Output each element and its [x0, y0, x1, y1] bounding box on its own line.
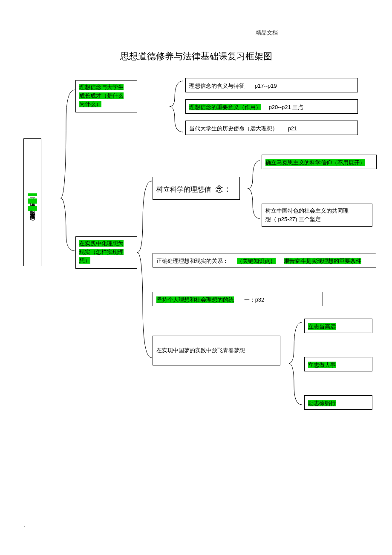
- s2b4-r1: 立志当高远: [308, 323, 336, 330]
- brace-section2: [128, 158, 153, 362]
- s2-box4: 在实现中国梦的实践中放飞青春梦想: [153, 336, 280, 365]
- s2b4-row1: 立志当高远: [304, 319, 372, 333]
- s2b1-row2: 树立中国特色的社会主义的共同理 想（ p25-27) 三个坚定: [262, 204, 372, 227]
- brace-section1: [162, 77, 185, 136]
- header-watermark: 精品文档: [256, 29, 278, 37]
- s2-b3-tail: 一：p32: [244, 296, 265, 303]
- s2-b2-hl2: 艰苦奋斗是实现理想的重要条件: [284, 258, 361, 264]
- s2-b2-a: 正确处理理想和现实的关系：: [156, 258, 228, 264]
- section1-l2: 成长成才（是什么: [79, 92, 124, 99]
- s2b4-row3: 励志徐躬行: [304, 395, 372, 410]
- s2b1-r2-a: 树立中国特色的社会主义的共同理: [265, 207, 349, 214]
- s2b1-row1: 确立马克思主义的科学信仰（不用展开）: [262, 155, 377, 169]
- s1-row2: 理想信念的重要意义（作用） p20--p21 三点: [185, 99, 358, 114]
- brace-s2b1: [241, 155, 262, 224]
- section2-l2: 现实（怎样实现理: [79, 249, 124, 255]
- page-root: 精品文档 思想道德修养与法律基础课复习框架图 第一章 追求远大理想 坚定崇高信念…: [0, 0, 392, 555]
- s2b1-r1: 确立马克思主义的科学信仰（不用展开）: [265, 159, 365, 166]
- s1-r2-hl: 理想信念的重要意义（作用）: [189, 104, 261, 110]
- chapter-box: 第一章 追求远大理想 坚定崇高信念: [23, 138, 41, 266]
- section1-l3: 为什么）: [79, 101, 101, 107]
- chapter-line3: 坚定崇高信念: [28, 206, 37, 211]
- s1-r2-tail: p20--p21 三点: [269, 104, 304, 110]
- s2-b3-hl: 坚持个人理想和社会理想的的统: [156, 296, 234, 303]
- brace-s2b4: [281, 317, 305, 411]
- s2-b1-b: 念：: [215, 184, 231, 193]
- chapter-line2: 追求远大理想: [28, 198, 37, 204]
- s2-box1: 树立科学的理想信 念：: [153, 177, 240, 200]
- s1-r3-b: p21: [288, 125, 297, 132]
- s2-b1-a: 树立科学的理想信: [156, 186, 211, 193]
- brace-chapter: [41, 85, 75, 256]
- page-title: 思想道德修养与法律基础课复习框架图: [0, 50, 392, 62]
- s2-b2-hl1: （关键知识点）: [237, 258, 276, 264]
- s2b1-r2-b: 想（ p25-27) 三个坚定: [265, 216, 321, 222]
- footer-dot: .: [23, 522, 25, 528]
- s1-r1-a: 理想信念的含义与特征: [189, 83, 245, 89]
- s2-box2: 正确处理理想和现实的关系： （关键知识点） 艰苦奋斗是实现理想的重要条件: [153, 253, 376, 267]
- s2-b4: 在实现中国梦的实践中放飞青春梦想: [156, 346, 245, 355]
- s2b4-r3: 励志徐躬行: [308, 400, 336, 406]
- s1-r1-b: p17--p19: [255, 83, 277, 89]
- s2-box3: 坚持个人理想和社会理想的的统 一：p32: [153, 292, 323, 306]
- chapter-line1: 第一章: [28, 193, 37, 196]
- s2b4-r2: 立志做大事: [308, 362, 336, 368]
- s1-row3: 当代大学生的历史使命（远大理想） p21: [185, 121, 358, 135]
- s1-row1: 理想信念的含义与特征 p17--p19: [185, 78, 358, 92]
- section2-l1: 在实践中化理想为: [79, 240, 124, 247]
- section1-box: 理想信念与大学生 成长成才（是什么 为什么）: [75, 80, 137, 112]
- s2b4-row2: 立志做大事: [304, 357, 372, 371]
- s1-r3-a: 当代大学生的历史使命（远大理想）: [189, 125, 278, 132]
- section2-l3: 想）: [79, 257, 90, 264]
- section1-l1: 理想信念与大学生: [79, 84, 124, 90]
